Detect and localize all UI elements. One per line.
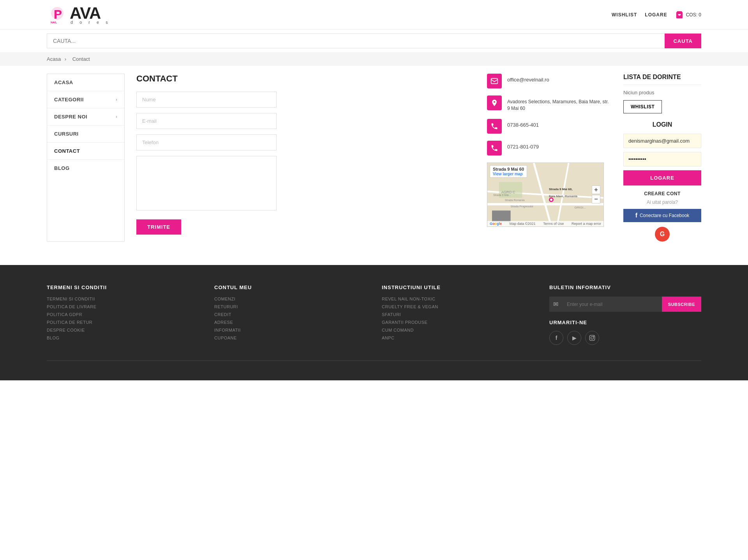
sidebar-item-cursuri[interactable]: CURSURI xyxy=(47,125,124,143)
footer-link-returns[interactable]: RETURURI xyxy=(214,304,366,309)
address-info: Avadores Selections, Maramures, Baia Mar… xyxy=(487,95,612,112)
search-input[interactable] xyxy=(47,34,665,48)
main-content: ACASA CATEGORII › DESPRE NOI › CURSURI C… xyxy=(0,66,748,249)
send-button[interactable]: TRIMITE xyxy=(136,219,181,235)
logo-area: NAIL AVA d o r e s xyxy=(47,4,111,25)
login-button[interactable]: LOGARE xyxy=(623,170,701,185)
footer-link-nontoxic[interactable]: REVEL NAIL NON-TOXIC xyxy=(382,297,534,301)
map-container[interactable]: AGRO C Strada 9 Mai 60, Baia Mare, Roman… xyxy=(487,163,604,227)
footer-link-orders[interactable]: COMENZI xyxy=(214,297,366,301)
address-value: Avadores Selections, Maramures, Baia Mar… xyxy=(507,95,612,112)
wishlist-section: LISTA DE DORINTE Niciun produs WHISLIST xyxy=(623,74,701,113)
search-button[interactable]: CAUTA xyxy=(665,34,701,48)
footer-link-anpc[interactable]: ANPC xyxy=(382,336,534,340)
create-account-link[interactable]: CREARE CONT xyxy=(623,191,701,196)
svg-text:Strada Progresului: Strada Progresului xyxy=(511,205,533,208)
newsletter-subscribe-button[interactable]: SUBSCRIBE xyxy=(662,297,701,312)
map-report[interactable]: Report a map error xyxy=(572,222,601,226)
no-product-text: Niciun produs xyxy=(623,90,701,95)
footer-link-delivery[interactable]: POLITICA DE LIVRARE xyxy=(47,304,199,309)
search-bar: CAUTA xyxy=(0,30,748,52)
newsletter-input[interactable] xyxy=(562,297,662,312)
contact-title: CONTACT xyxy=(136,74,475,84)
map-controls: + − xyxy=(592,185,600,203)
cart-count: COS: 0 xyxy=(686,12,701,18)
footer-col1-title: TERMENI SI CONDITII xyxy=(47,284,199,290)
svg-point-21 xyxy=(591,337,594,339)
footer-link-howtoorder[interactable]: CUM COMAND xyxy=(382,328,534,332)
svg-text:Strada 9 Mai 60,: Strada 9 Mai 60, xyxy=(549,187,572,191)
instagram-icon xyxy=(589,335,595,341)
cart-nav[interactable]: COS: 0 xyxy=(675,11,701,19)
revel-nail-logo[interactable]: NAIL AVA d o r e s xyxy=(47,4,111,25)
header-nav: WISHLIST LOGARE COS: 0 xyxy=(612,11,701,19)
phone-icon xyxy=(490,122,498,130)
email-input[interactable] xyxy=(136,113,277,129)
sidebar-item-contact[interactable]: CONTACT xyxy=(47,143,124,160)
instagram-social-icon[interactable] xyxy=(585,331,599,345)
wishlist-nav-link[interactable]: WISHLIST xyxy=(612,12,637,18)
footer-link-addresses[interactable]: ADRESE xyxy=(214,320,366,325)
youtube-social-icon[interactable]: ▶ xyxy=(567,331,581,345)
footer-link-coupons[interactable]: CUPOANE xyxy=(214,336,366,340)
footer-col-account: CONTUL MEU COMENZI RETURURI CREDIT ADRES… xyxy=(214,284,366,345)
svg-point-22 xyxy=(593,336,594,337)
sidebar: ACASA CATEGORII › DESPRE NOI › CURSURI C… xyxy=(47,74,125,242)
revel-logo-icon: NAIL xyxy=(47,4,68,25)
svg-rect-15 xyxy=(492,210,511,222)
breadcrumb-current: Contact xyxy=(72,56,90,62)
location-icon xyxy=(487,95,502,110)
footer-link-return[interactable]: POLITICA DE RETUR xyxy=(47,320,199,325)
footer-link-warranty[interactable]: GARANTII PRODUSE xyxy=(382,320,534,325)
footer-grid: TERMENI SI CONDITII TERMENI SI CONDITII … xyxy=(47,284,701,345)
cart-icon xyxy=(675,11,684,19)
newsletter-email-icon: ✉ xyxy=(549,297,562,312)
envelope-icon xyxy=(490,77,498,85)
phone2-info: 0721-801-079 xyxy=(487,141,612,155)
sidebar-item-categorii[interactable]: CATEGORII › xyxy=(47,91,124,108)
map-zoom-in[interactable]: + xyxy=(592,185,600,194)
map-zoom-out[interactable]: − xyxy=(592,195,600,203)
breadcrumb: Acasa › Contact xyxy=(0,52,748,66)
message-input[interactable] xyxy=(136,156,277,210)
contact-area: CONTACT TRIMITE xyxy=(136,74,475,242)
footer-newsletter-title: BULETIN INFORMATIV xyxy=(549,284,701,290)
breadcrumb-home[interactable]: Acasa xyxy=(47,56,61,62)
svg-text:Strada 9 Mai...: Strada 9 Mai... xyxy=(493,193,511,196)
wishlist-button[interactable]: WHISLIST xyxy=(623,100,662,113)
map-view-larger[interactable]: View larger map xyxy=(493,172,523,176)
login-email-input[interactable] xyxy=(623,134,701,148)
forgot-password-link[interactable]: Ai uitat parola? xyxy=(623,200,701,205)
svg-text:Baia Mare, Romania: Baia Mare, Romania xyxy=(549,194,577,198)
phone1-value: 0738-665-401 xyxy=(507,119,539,128)
chevron-right-icon: › xyxy=(116,97,117,102)
footer-link-vegan[interactable]: CRUELTY FREE & VEGAN xyxy=(382,304,534,309)
footer: TERMENI SI CONDITII TERMENI SI CONDITII … xyxy=(0,265,748,380)
phone-input[interactable] xyxy=(136,134,277,150)
footer-link-terms[interactable]: TERMENI SI CONDITII xyxy=(47,297,199,301)
footer-col-newsletter: BULETIN INFORMATIV ✉ SUBSCRIBE URMARITI-… xyxy=(549,284,701,345)
footer-col-instructions: INSTRUCTIUNI UTILE REVEL NAIL NON-TOXIC … xyxy=(382,284,534,345)
footer-link-blog1[interactable]: BLOG xyxy=(47,336,199,340)
footer-link-credit[interactable]: CREDIT xyxy=(214,312,366,317)
footer-link-gdpr[interactable]: POLITICA GDPR xyxy=(47,312,199,317)
facebook-connect-button[interactable]: f Conectare cu Facebook xyxy=(623,209,701,222)
login-password-input[interactable] xyxy=(623,152,701,166)
login-nav-link[interactable]: LOGARE xyxy=(645,12,667,18)
sidebar-item-blog[interactable]: BLOG xyxy=(47,160,124,177)
footer-link-info[interactable]: INFORMATII xyxy=(214,328,366,332)
footer-col3-title: INSTRUCTIUNI UTILE xyxy=(382,284,534,290)
footer-link-tips[interactable]: SFATURI xyxy=(382,312,534,317)
map-terms[interactable]: Terms of Use xyxy=(543,222,564,226)
phone2-icon xyxy=(490,144,498,152)
sidebar-item-despre-noi[interactable]: DESPRE NOI › xyxy=(47,108,124,125)
google-login-button[interactable]: G xyxy=(655,227,670,242)
name-input[interactable] xyxy=(136,92,277,108)
contact-info: office@revelnail.ro Avadores Selections,… xyxy=(487,74,612,242)
footer-link-cookie[interactable]: DESPRE COOKIE xyxy=(47,328,199,332)
wishlist-title: LISTA DE DORINTE xyxy=(623,74,701,85)
facebook-social-icon[interactable]: f xyxy=(549,331,563,345)
footer-bottom xyxy=(47,360,701,369)
sidebar-item-acasa[interactable]: ACASA xyxy=(47,74,124,91)
footer-col2-title: CONTUL MEU xyxy=(214,284,366,290)
